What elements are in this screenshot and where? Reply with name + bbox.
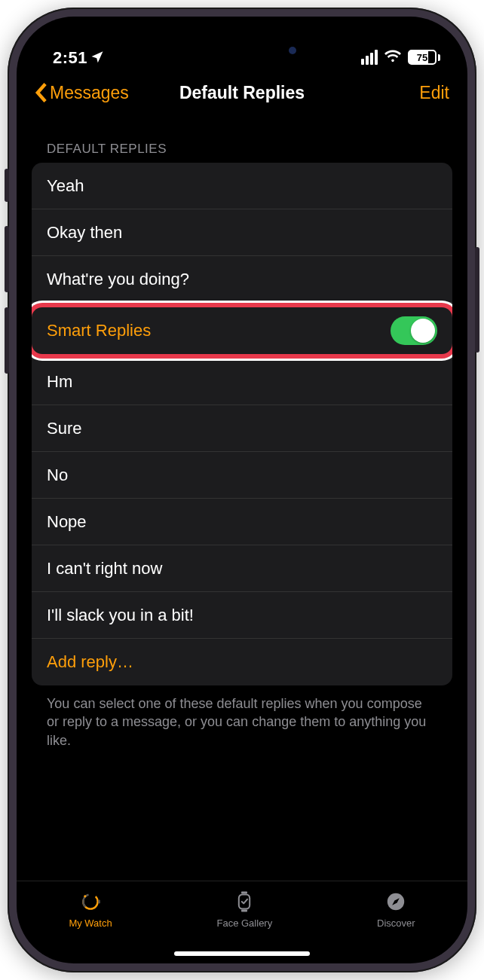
reply-row[interactable]: No <box>32 452 452 499</box>
dynamic-island <box>174 33 310 68</box>
side-button-power <box>475 247 479 353</box>
svg-rect-5 <box>241 891 247 893</box>
phone-frame: 2:51 75 Messa <box>8 8 476 972</box>
battery-indicator: 75 <box>408 50 440 65</box>
status-time: 2:51 <box>53 48 87 68</box>
compass-icon <box>383 889 409 914</box>
side-button-silent <box>5 169 9 202</box>
tab-label: Face Gallery <box>217 917 273 929</box>
reply-row[interactable]: Sure <box>32 405 452 452</box>
smart-replies-label: Smart Replies <box>47 321 391 340</box>
reply-row[interactable]: Okay then <box>32 209 452 256</box>
reply-row[interactable]: I'll slack you in a bit! <box>32 592 452 639</box>
reply-row[interactable]: Nope <box>32 499 452 545</box>
battery-pct: 75 <box>417 52 427 63</box>
add-reply-row[interactable]: Add reply… <box>32 639 452 685</box>
back-button[interactable]: Messages <box>35 82 129 103</box>
back-label: Messages <box>50 83 129 103</box>
replies-list: Yeah Okay then What're you doing? Smart … <box>32 163 452 685</box>
reply-row[interactable]: Yeah <box>32 163 452 209</box>
screen: 2:51 75 Messa <box>17 17 467 963</box>
page-title: Default Replies <box>179 83 305 103</box>
svg-point-2 <box>84 895 86 897</box>
camera-indicator <box>289 47 296 54</box>
toggle-knob <box>411 319 435 343</box>
tab-discover[interactable]: Discover <box>377 889 415 963</box>
cellular-icon <box>361 50 378 65</box>
home-indicator[interactable] <box>174 951 310 956</box>
nav-bar: Messages Default Replies Edit <box>17 71 467 114</box>
edit-button[interactable]: Edit <box>419 83 449 103</box>
section-footer: You can select one of these default repl… <box>32 685 452 750</box>
smart-replies-toggle[interactable] <box>391 316 437 345</box>
reply-row[interactable]: What're you doing? <box>32 256 452 303</box>
location-icon <box>90 48 104 68</box>
svg-rect-3 <box>98 900 100 904</box>
watch-icon <box>78 889 103 914</box>
reply-row[interactable]: I can't right now <box>32 545 452 592</box>
wifi-icon <box>384 47 402 68</box>
svg-rect-6 <box>241 909 247 911</box>
reply-row[interactable]: Hm <box>32 359 452 405</box>
tab-my-watch[interactable]: My Watch <box>69 889 112 963</box>
tab-label: Discover <box>377 917 415 929</box>
content-scroll[interactable]: DEFAULT REPLIES Yeah Okay then What're y… <box>17 114 467 881</box>
smart-replies-row[interactable]: Smart Replies <box>32 307 452 354</box>
side-button-vol-down <box>5 307 9 374</box>
tab-label: My Watch <box>69 917 112 929</box>
section-header: DEFAULT REPLIES <box>32 142 452 163</box>
side-button-vol-up <box>5 226 9 292</box>
face-gallery-icon <box>231 889 257 914</box>
